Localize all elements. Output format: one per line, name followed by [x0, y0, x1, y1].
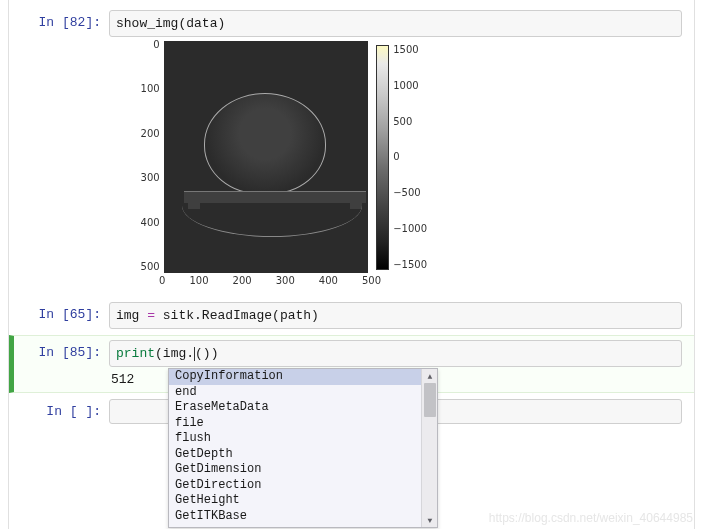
prompt-in-label: In — [46, 404, 62, 419]
code-input[interactable]: show_img(data) — [109, 10, 682, 37]
prompt-in-label: In — [39, 345, 55, 360]
code-token: img — [163, 346, 186, 361]
autocomplete-item[interactable]: EraseMetaData — [169, 400, 437, 416]
y-axis-ticks: 0 100 200 300 400 500 — [137, 41, 164, 273]
autocomplete-menu[interactable]: CopyInformation end EraseMetaData file f… — [168, 368, 438, 528]
code-token: ) — [217, 16, 225, 31]
code-token: data — [186, 16, 217, 31]
code-token: img — [116, 308, 139, 323]
code-token: path — [280, 308, 311, 323]
tick-label: 300 — [137, 173, 160, 183]
tick-label: 100 — [189, 275, 208, 286]
colorbar-ticks: 1500 1000 500 0 −500 −1000 −1500 — [389, 45, 427, 270]
code-input[interactable]: print(img.()) — [109, 340, 682, 367]
tick-label: −1500 — [393, 260, 427, 270]
code-token: show_img — [116, 16, 178, 31]
ct-table-shape — [184, 191, 366, 203]
autocomplete-item[interactable]: CopyInformation — [169, 369, 437, 385]
code-token: () — [195, 346, 211, 361]
heatmap-image — [164, 41, 368, 273]
tick-label: 500 — [362, 275, 381, 286]
tick-label: −500 — [393, 188, 427, 198]
code-token: . — [186, 346, 194, 361]
tick-label: 100 — [137, 84, 160, 94]
tick-label: 500 — [137, 262, 160, 272]
autocomplete-item[interactable]: GetHeight — [169, 493, 437, 509]
prompt-number: [ ]: — [70, 404, 101, 419]
cell-body: img = sitk.ReadImage(path) — [109, 302, 694, 329]
code-token: ( — [272, 308, 280, 323]
prompt-in-label: In — [39, 307, 55, 322]
scrollbar[interactable]: ▲ ▼ — [421, 369, 437, 527]
tick-label: 400 — [137, 218, 160, 228]
autocomplete-item[interactable]: flush — [169, 431, 437, 447]
code-token: = — [139, 308, 162, 323]
autocomplete-item[interactable]: GetITKBase — [169, 509, 437, 525]
tick-label: 200 — [233, 275, 252, 286]
autocomplete-item[interactable]: GetDirection — [169, 478, 437, 494]
prompt: In [65]: — [9, 302, 109, 329]
autocomplete-item[interactable]: GetDepth — [169, 447, 437, 463]
code-cell[interactable]: In [82]: show_img(data) 0 100 200 300 40… — [9, 6, 694, 296]
tick-label: 1000 — [393, 81, 427, 91]
autocomplete-item[interactable]: GetDimension — [169, 462, 437, 478]
tick-label: 300 — [276, 275, 295, 286]
tick-label: 1500 — [393, 45, 427, 55]
autocomplete-item[interactable]: end — [169, 385, 437, 401]
code-token: ) — [211, 346, 219, 361]
prompt: In [ ]: — [9, 399, 109, 424]
prompt-number: [65]: — [62, 307, 101, 322]
prompt-number: [82]: — [62, 15, 101, 30]
code-token: sitk — [163, 308, 194, 323]
colorbar — [376, 45, 389, 270]
code-token: ) — [311, 308, 319, 323]
scroll-thumb[interactable] — [424, 383, 436, 417]
prompt-number: [85]: — [62, 345, 101, 360]
cell-body: show_img(data) 0 100 200 300 400 500 — [109, 10, 694, 292]
tick-label: 0 — [159, 275, 165, 286]
prompt: In [82]: — [9, 10, 109, 292]
scroll-down-icon[interactable]: ▼ — [422, 513, 438, 527]
tick-label: 200 — [137, 129, 160, 139]
tick-label: 400 — [319, 275, 338, 286]
prompt: In [85]: — [14, 340, 109, 388]
chart-output: 0 100 200 300 400 500 1500 1000 500 — [137, 41, 427, 286]
code-input[interactable]: img = sitk.ReadImage(path) — [109, 302, 682, 329]
scroll-up-icon[interactable]: ▲ — [422, 369, 438, 383]
prompt-in-label: In — [39, 15, 55, 30]
x-axis-ticks: 0 100 200 300 400 500 — [159, 275, 381, 286]
code-token: print — [116, 346, 155, 361]
tick-label: 0 — [393, 152, 427, 162]
code-token: ( — [155, 346, 163, 361]
tick-label: 0 — [137, 40, 160, 50]
code-cell[interactable]: In [65]: img = sitk.ReadImage(path) — [9, 298, 694, 333]
tick-label: −1000 — [393, 224, 427, 234]
tick-label: 500 — [393, 117, 427, 127]
code-token: . — [194, 308, 202, 323]
code-token: ReadImage — [202, 308, 272, 323]
autocomplete-item[interactable]: file — [169, 416, 437, 432]
